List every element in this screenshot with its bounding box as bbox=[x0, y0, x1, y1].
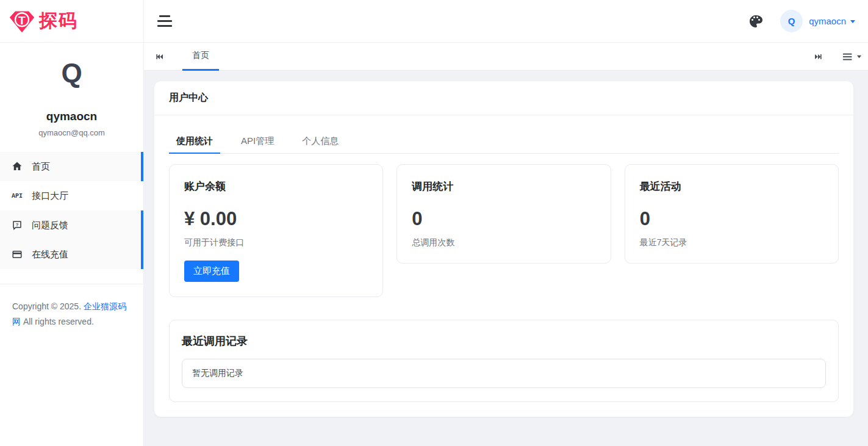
chevron-down-icon bbox=[850, 18, 856, 24]
recharge-icon bbox=[11, 248, 23, 261]
sidebar-item-label: 问题反馈 bbox=[32, 220, 68, 231]
gem-logo-icon: T bbox=[9, 8, 35, 35]
page-title: 用户中心 bbox=[154, 81, 853, 115]
theme-palette-icon[interactable] bbox=[748, 14, 763, 29]
balance-card: 账户余额 ¥ 0.00 可用于计费接口 立即充值 bbox=[169, 164, 383, 297]
recent-calls-section: 最近调用记录 暂无调用记录 bbox=[169, 320, 839, 402]
scroll-tabs-right-icon[interactable] bbox=[814, 51, 825, 62]
user-avatar: Q bbox=[780, 10, 803, 32]
route-tab-label: 首页 bbox=[192, 50, 209, 61]
content-area: 用户中心 使用统计 API管理 个人信息 账户余额 ¥ bbox=[144, 71, 868, 446]
recent-activity-value: 0 bbox=[640, 208, 823, 230]
copyright: Copyright © 2025. 企业猫源码网 All rights rese… bbox=[0, 284, 143, 329]
tab-usage-stats[interactable]: 使用统计 bbox=[169, 130, 220, 154]
sidebar-item-home[interactable]: 首页 bbox=[0, 152, 143, 181]
call-stats-caption: 总调用次数 bbox=[412, 237, 595, 248]
sidebar-toggle-icon[interactable] bbox=[157, 15, 172, 27]
tab-label: 使用统计 bbox=[176, 135, 213, 146]
user-center-panel: 用户中心 使用统计 API管理 个人信息 账户余额 ¥ bbox=[154, 81, 854, 417]
balance-value: ¥ 0.00 bbox=[184, 208, 368, 230]
topbar: Q qymaocn bbox=[144, 0, 868, 43]
tab-api-management[interactable]: API管理 bbox=[234, 130, 281, 154]
sidebar-item-label: 首页 bbox=[32, 161, 50, 173]
route-tabbar: 首页 bbox=[144, 43, 868, 71]
profile-username: qymaocn bbox=[0, 110, 143, 123]
sidebar: T 探码 Q qymaocn qymaocn@qq.com 首页 API 接口大… bbox=[0, 0, 144, 446]
brand-name: 探码 bbox=[39, 9, 78, 34]
user-center-tabs: 使用统计 API管理 个人信息 bbox=[169, 130, 839, 154]
sidebar-profile: Q qymaocn qymaocn@qq.com bbox=[0, 43, 143, 137]
avatar: Q bbox=[0, 60, 143, 87]
stats-row: 账户余额 ¥ 0.00 可用于计费接口 立即充值 调用统计 0 总调用次数 最近… bbox=[169, 164, 839, 297]
brand-logo[interactable]: T 探码 bbox=[0, 0, 143, 43]
recent-activity-caption: 最近7天记录 bbox=[640, 237, 823, 248]
sidebar-item-label: 接口大厅 bbox=[32, 190, 68, 202]
call-stats-card: 调用统计 0 总调用次数 bbox=[396, 164, 611, 264]
api-icon: API bbox=[11, 190, 23, 202]
feedback-icon: ? bbox=[11, 219, 23, 231]
main-column: Q qymaocn 首页 用户中心 bbox=[144, 0, 868, 446]
sidebar-menu: 首页 API 接口大厅 ? 问题反馈 在线充值 bbox=[0, 152, 143, 269]
tab-options-menu-icon[interactable] bbox=[843, 52, 862, 61]
user-name: qymaocn bbox=[809, 16, 846, 26]
tab-label: 个人信息 bbox=[302, 135, 339, 146]
tab-personal-info[interactable]: 个人信息 bbox=[295, 130, 346, 154]
balance-title: 账户余额 bbox=[184, 179, 368, 193]
svg-text:?: ? bbox=[16, 222, 19, 228]
profile-email: qymaocn@qq.com bbox=[0, 128, 143, 137]
copyright-prefix: Copyright © 2025. bbox=[12, 301, 84, 311]
sidebar-item-label: 在线充值 bbox=[32, 249, 68, 261]
sidebar-item-recharge[interactable]: 在线充值 bbox=[0, 240, 143, 269]
route-tab-home[interactable]: 首页 bbox=[182, 43, 219, 71]
scroll-tabs-left-icon[interactable] bbox=[154, 51, 165, 62]
empty-records-message: 暂无调用记录 bbox=[182, 359, 826, 388]
call-stats-value: 0 bbox=[412, 208, 595, 230]
recharge-button[interactable]: 立即充值 bbox=[184, 261, 239, 282]
call-stats-title: 调用统计 bbox=[412, 179, 595, 193]
copyright-suffix: All rights reserved. bbox=[21, 317, 94, 326]
svg-text:T: T bbox=[18, 13, 26, 26]
recent-calls-title: 最近调用记录 bbox=[182, 334, 826, 348]
home-icon bbox=[11, 160, 23, 173]
recent-activity-card: 最近活动 0 最近7天记录 bbox=[625, 164, 839, 264]
tab-label: API管理 bbox=[241, 135, 274, 146]
recent-activity-title: 最近活动 bbox=[640, 179, 823, 193]
sidebar-item-api-hall[interactable]: API 接口大厅 bbox=[0, 181, 143, 210]
user-menu[interactable]: Q qymaocn bbox=[780, 10, 856, 32]
sidebar-item-feedback[interactable]: ? 问题反馈 bbox=[0, 210, 143, 240]
balance-caption: 可用于计费接口 bbox=[184, 237, 368, 248]
